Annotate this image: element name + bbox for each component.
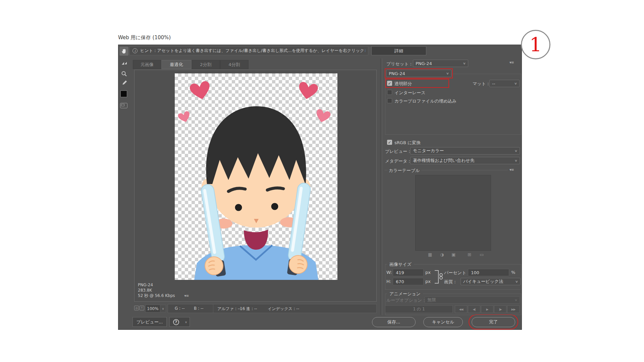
last-frame-button[interactable]: ▶▶ [507, 305, 520, 313]
lock-color-icon[interactable]: ▣ [451, 252, 455, 257]
metadata-value: 著作権情報および問い合わせ先 [413, 158, 475, 164]
color-table-title: カラーテーブル [389, 168, 420, 174]
matte-value: -- [492, 81, 495, 86]
readout-index: インデックス : -- [268, 306, 299, 312]
metadata-dropdown[interactable]: 著作権情報および問い合わせ先 ∨ [410, 157, 520, 164]
status-format: PNG-24 [138, 282, 189, 288]
percent-unit: % [511, 270, 515, 275]
toggle-slices-visibility-button[interactable] [120, 103, 127, 108]
readout-g: G : -- [175, 306, 185, 311]
width-unit: px [425, 270, 431, 275]
hint-bar: i ヒント : アセットをより速く書き出すには、ファイル/書き出し/書き出し形式… [129, 46, 368, 55]
previous-frame-button[interactable]: ◀| [468, 305, 480, 313]
slice-badge-icon[interactable]: ! [140, 306, 144, 310]
height-unit: px [425, 279, 431, 284]
percent-input[interactable] [468, 269, 509, 276]
loop-options-dropdown[interactable]: 無限 ∨ [425, 296, 520, 304]
color-profile-checkbox[interactable] [387, 98, 392, 103]
zoom-tool-button[interactable] [119, 69, 128, 78]
loop-options-value: 無限 [427, 297, 436, 303]
srgb-label: sRGB に変換 [394, 140, 421, 146]
transparency-label: 透明部分 [394, 81, 412, 87]
matte-label: マット : [473, 81, 489, 87]
chevron-down-icon: ∨ [446, 72, 449, 75]
animation-title: アニメーション [387, 291, 423, 297]
transparency-map-icon[interactable]: ◑ [440, 252, 444, 257]
first-frame-button[interactable]: ◀◀ [455, 305, 467, 313]
next-frame-button[interactable]: |▶ [494, 305, 506, 313]
color-table-swatches[interactable] [415, 175, 491, 251]
quality-label: 画質 : [444, 279, 456, 285]
color-readout-strip: G : -- B : -- アルファ : -- 16 進 : -- インデックス… [168, 304, 377, 313]
tab-4up[interactable]: 4分割 [220, 60, 249, 69]
tab-original[interactable]: 元画像 [133, 60, 161, 69]
preview-pane[interactable]: PNG-24 283.8K 52 秒 @ 56.6 Kbps▾≡ [134, 70, 377, 302]
browser-icon: ? [173, 319, 179, 325]
format-dropdown[interactable]: PNG-24 ∨ [386, 70, 451, 77]
preview-illustration [175, 73, 337, 280]
hand-icon [121, 48, 127, 55]
info-icon: i [132, 48, 138, 53]
panel-divider [380, 58, 381, 315]
play-button[interactable]: ▶ [481, 305, 493, 313]
slice-visibility-icon[interactable]: ▫ [134, 306, 139, 310]
preset-label: プリセット : [386, 61, 412, 67]
eyedropper-color-swatch[interactable] [120, 90, 127, 97]
chevron-down-icon: ∨ [515, 298, 518, 302]
slice-select-tool-button[interactable] [119, 58, 128, 67]
color-table-rule-right [421, 170, 508, 170]
preset-menu-icon[interactable]: ▾≡ [509, 60, 514, 65]
metadata-label: メタデータ : [385, 158, 410, 164]
web-palette-snap-icon[interactable]: ▦ [428, 252, 432, 257]
readout-alpha: アルファ : -- [217, 306, 240, 312]
readout-b: B : -- [194, 306, 204, 311]
matte-dropdown[interactable]: -- ∨ [489, 80, 520, 87]
hint-text: ヒント : アセットをより速く書き出すには、ファイル/書き出し/書き出し形式..… [140, 48, 365, 54]
preset-value: PNG-24 [416, 61, 432, 66]
chevron-down-icon: ∨ [463, 62, 466, 65]
delete-color-icon[interactable]: ▭ [480, 252, 484, 257]
new-color-icon[interactable]: ⊞ [468, 252, 471, 257]
hand-tool-button[interactable] [119, 47, 128, 56]
preview-mode-value: モニターカラー [413, 148, 444, 154]
transparency-checkbox[interactable]: ✓ [387, 81, 392, 86]
image-size-group [385, 264, 521, 290]
tab-2up[interactable]: 2分割 [192, 60, 220, 69]
step-number: 1 [530, 35, 542, 54]
color-table-rule-left [384, 170, 387, 170]
preview-mode-dropdown[interactable]: モニターカラー ∨ [410, 147, 520, 155]
browser-select-button[interactable]: ? [169, 317, 183, 327]
preview-mode-label: プレビュー : [385, 148, 410, 155]
srgb-checkbox[interactable]: ✓ [387, 140, 392, 145]
panel-divider-highlight [382, 58, 382, 315]
step-annotation-circle: 1 [521, 30, 550, 59]
width-input[interactable] [393, 269, 424, 276]
chevron-down-icon: ∨ [515, 159, 518, 162]
chevron-down-icon: ∨ [514, 82, 517, 85]
interlace-checkbox[interactable] [387, 90, 392, 95]
zoom-level-value: 100% [146, 306, 160, 311]
height-input[interactable] [393, 278, 424, 285]
preview-in-browser-button[interactable]: プレビュー... [132, 317, 167, 327]
eyedropper-tool-button[interactable] [119, 78, 128, 87]
save-for-web-dialog: i ヒント : アセットをより速く書き出すには、ファイル/書き出し/書き出し形式… [118, 45, 522, 330]
readout-hex: 16 進 : -- [240, 306, 257, 312]
browser-dropdown-button[interactable]: ∨ [182, 317, 190, 327]
height-label: H: [386, 279, 391, 284]
chevron-down-icon: ∨ [515, 149, 518, 153]
readout-divider [213, 304, 213, 313]
width-label: W: [386, 270, 392, 275]
eyedropper-icon [121, 80, 127, 86]
status-menu-icon[interactable]: ▾≡ [184, 294, 189, 298]
preset-dropdown[interactable]: PNG-24 ∨ [413, 60, 468, 67]
quality-value: バイキュービック法 [463, 279, 503, 285]
magnifier-icon [121, 70, 127, 77]
image-size-title: 画像サイズ [387, 261, 414, 267]
chevron-down-icon: ∨ [515, 280, 518, 283]
link-bracket [435, 270, 439, 284]
zoom-level-dropdown[interactable]: 100% ∨ [145, 305, 166, 312]
color-table-menu-icon[interactable]: ▾≡ [509, 168, 514, 172]
tab-optimized[interactable]: 最適化 [161, 60, 192, 69]
percent-label: パーセント : [444, 270, 469, 276]
quality-dropdown[interactable]: バイキュービック法 ∨ [461, 278, 521, 285]
